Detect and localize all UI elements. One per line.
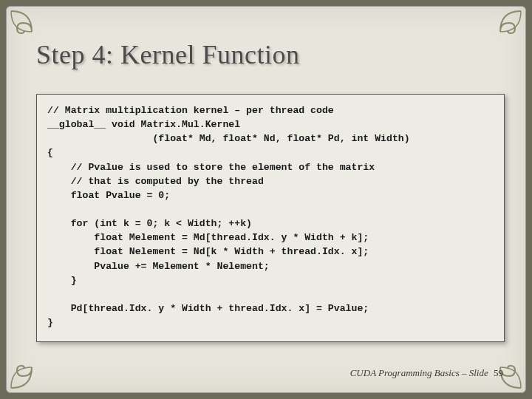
slide-frame: Step 4: Kernel Function // Matrix multip… bbox=[6, 6, 526, 393]
code-block: // Matrix multiplication kernel – per th… bbox=[36, 94, 505, 342]
slide-footer: CUDA Programming Basics – Slide 59 bbox=[350, 367, 503, 379]
corner-ornament-icon bbox=[10, 345, 54, 389]
slide-title: Step 4: Kernel Function bbox=[36, 39, 299, 70]
slide-number: 59 bbox=[494, 367, 503, 378]
corner-ornament-icon bbox=[478, 10, 522, 54]
footer-text: CUDA Programming Basics – Slide bbox=[350, 367, 488, 378]
